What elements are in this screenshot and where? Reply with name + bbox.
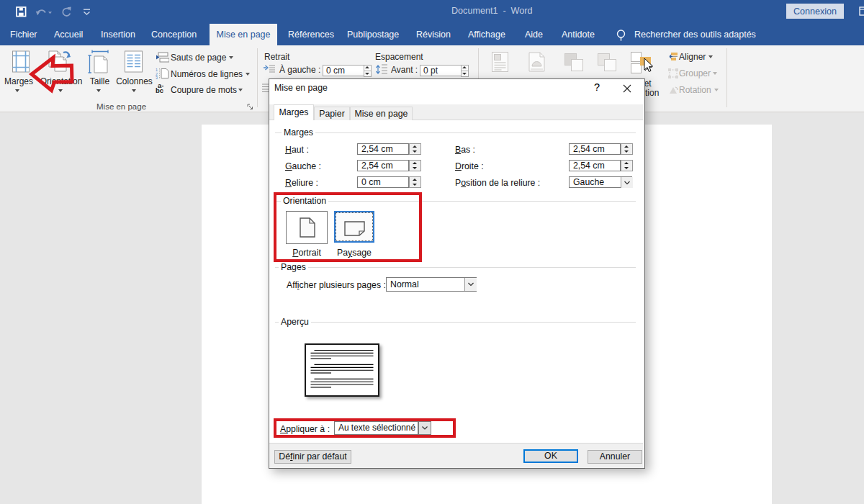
svg-text:3: 3 — [156, 76, 158, 79]
